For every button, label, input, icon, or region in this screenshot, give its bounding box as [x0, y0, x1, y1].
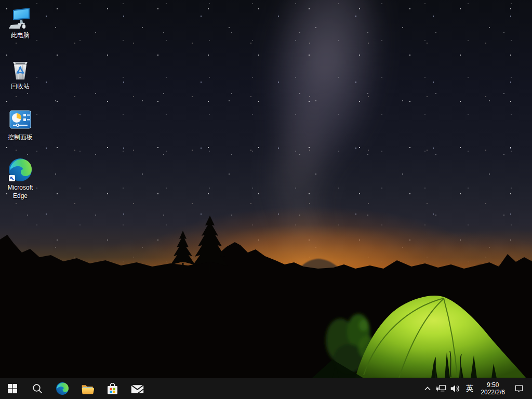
start-button[interactable]	[0, 378, 25, 399]
store-bag-icon	[105, 382, 119, 396]
this-pc-icon	[8, 5, 33, 30]
wallpaper-stars	[0, 0, 532, 281]
desktop-icon-microsoft-edge[interactable]: Microsoft Edge	[1, 157, 40, 200]
system-tray: 英 9:50 2022/2/6	[421, 378, 532, 399]
folder-icon	[81, 382, 95, 396]
network-tray-button[interactable]	[434, 378, 448, 399]
ethernet-icon	[435, 383, 447, 394]
notification-bubble-icon	[514, 383, 524, 394]
desktop-icon-this-pc[interactable]: 此电脑	[1, 5, 40, 40]
input-language-indicator[interactable]: 英	[462, 378, 476, 399]
show-hidden-icons-button[interactable]	[421, 378, 434, 399]
desktop-icon-control-panel[interactable]: 控制面板	[1, 107, 40, 142]
icon-label: 此电脑	[1, 32, 40, 40]
chevron-up-icon	[423, 384, 432, 393]
icon-label: 控制面板	[1, 134, 40, 142]
file-explorer-button[interactable]	[75, 378, 100, 399]
search-button[interactable]	[25, 378, 50, 399]
volume-tray-button[interactable]	[448, 378, 462, 399]
clock-date: 2022/2/6	[481, 389, 505, 396]
edge-icon	[8, 157, 33, 182]
clock-time: 9:50	[481, 381, 505, 389]
windows-logo-icon	[7, 383, 18, 394]
recycle-bin-icon	[8, 56, 33, 81]
microsoft-store-button[interactable]	[100, 378, 125, 399]
speaker-icon	[449, 383, 461, 394]
control-panel-icon	[8, 107, 33, 132]
desktop: 此电脑 回收站	[0, 0, 532, 399]
icon-label: Microsoft Edge	[1, 184, 40, 200]
icon-label: 回收站	[1, 83, 40, 91]
taskbar: 英 9:50 2022/2/6	[0, 378, 532, 399]
search-icon	[32, 383, 43, 394]
taskbar-buttons	[0, 378, 150, 399]
envelope-icon	[130, 382, 144, 396]
taskbar-clock[interactable]: 9:50 2022/2/6	[476, 378, 509, 399]
mail-button[interactable]	[125, 378, 150, 399]
action-center-button[interactable]	[509, 378, 529, 399]
desktop-icon-recycle-bin[interactable]: 回收站	[1, 56, 40, 91]
edge-icon	[56, 382, 69, 395]
taskbar-edge-button[interactable]	[50, 378, 75, 399]
